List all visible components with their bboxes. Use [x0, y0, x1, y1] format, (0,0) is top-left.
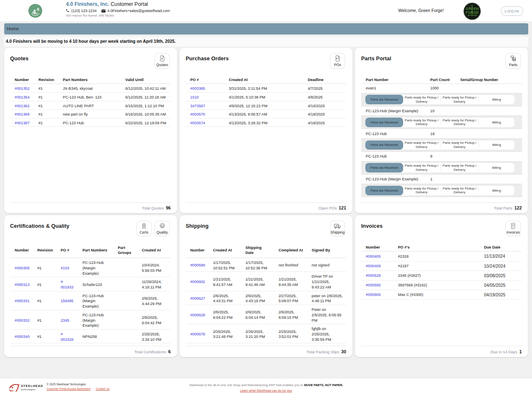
svg-text:$: $: [161, 57, 163, 60]
svg-text:0: 0: [37, 6, 39, 11]
svg-text:PO: PO: [336, 57, 339, 59]
